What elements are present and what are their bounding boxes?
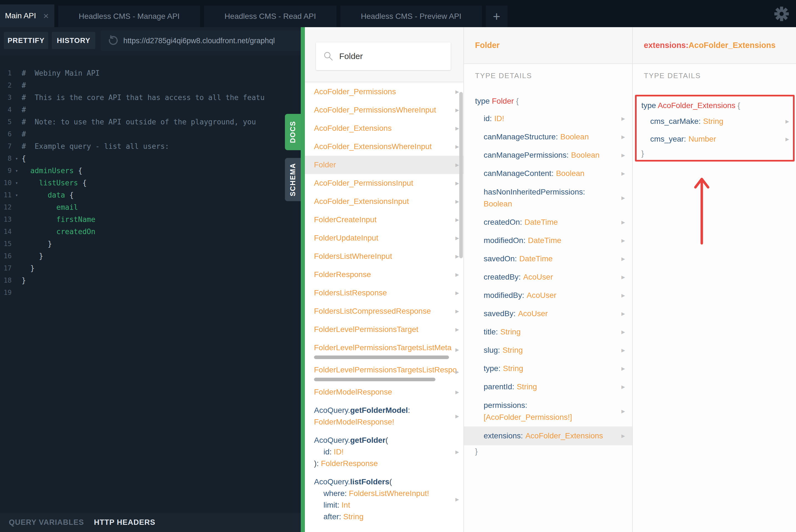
type-details-heading: TYPE DETAILS — [475, 72, 532, 80]
field-type: Boolean — [561, 132, 589, 141]
settings-gear-icon[interactable] — [774, 6, 789, 22]
docs-list-item[interactable]: FolderLevelPermissionsTargetsListRespo▶ — [305, 361, 463, 383]
docs-list-item[interactable]: AcoFolder_PermissionsInput▶ — [305, 174, 463, 192]
field-row[interactable]: createdOn:DateTime▶ — [464, 213, 632, 231]
field-row[interactable]: createdBy:AcoUser▶ — [464, 268, 632, 286]
doc-query-line: ): FolderResponse — [314, 458, 447, 469]
api-tab[interactable]: Headless CMS - Preview API — [340, 5, 482, 27]
field-row[interactable]: cms_year:Number▶ — [637, 130, 793, 148]
docs-list-item[interactable]: Folder▶ — [305, 156, 463, 174]
expand-arrow-icon: ▶ — [455, 107, 459, 113]
api-tab[interactable]: Headless CMS - Read API — [204, 5, 337, 27]
field-row[interactable]: canManagePermissions:Boolean▶ — [464, 146, 632, 164]
extensions-type-panel: extensions: AcoFolder_Extensions TYPE DE… — [632, 27, 796, 532]
close-tab-icon[interactable]: × — [43, 11, 49, 20]
schema-side-tab[interactable]: SCHEMA — [285, 158, 301, 201]
field-row[interactable]: canManageContent:Boolean▶ — [464, 164, 632, 183]
field-row[interactable]: savedOn:DateTime▶ — [464, 250, 632, 268]
docs-search-box[interactable] — [316, 42, 451, 70]
field-row[interactable]: canManageStructure:Boolean▶ — [464, 128, 632, 146]
add-tab-button[interactable]: + — [486, 5, 508, 27]
code-line: 8▾{ — [0, 152, 301, 165]
api-tab[interactable]: Headless CMS - Manage API — [58, 5, 200, 27]
expand-arrow-icon: ▶ — [621, 329, 625, 335]
expand-arrow-icon: ▶ — [455, 413, 459, 419]
field-row[interactable]: modifiedBy:AcoUser▶ — [464, 286, 632, 305]
expand-arrow-icon: ▶ — [621, 292, 625, 299]
docs-vertical-scrollbar[interactable] — [459, 92, 463, 258]
expand-arrow-icon: ▶ — [621, 195, 625, 201]
caret-spacer — [12, 140, 22, 152]
open-brace: { — [516, 97, 518, 105]
code-text: # — [22, 79, 26, 92]
code-text: # — [22, 128, 26, 140]
expand-arrow-icon: ▶ — [455, 235, 459, 241]
doc-type-name: FolderCreateInput — [314, 215, 377, 224]
docs-panel: AcoFolder_Permissions▶AcoFolder_Permissi… — [305, 27, 463, 532]
line-number: 7 — [0, 140, 12, 152]
field-row[interactable]: permissions:[AcoFolder_Permissions!]▶ — [464, 396, 632, 426]
docs-list-item[interactable]: FolderCreateInput▶ — [305, 211, 463, 229]
field-type: ID! — [494, 114, 505, 123]
fold-caret-icon[interactable]: ▾ — [12, 189, 22, 201]
fold-caret-icon[interactable]: ▾ — [12, 165, 22, 177]
docs-list-item[interactable]: FolderLevelPermissionsTargetsListMeta▶ — [305, 339, 463, 361]
field-row[interactable]: id:ID!▶ — [464, 110, 632, 128]
field-row[interactable]: savedBy:AcoUser▶ — [464, 305, 632, 323]
field-row[interactable]: parentId:String▶ — [464, 378, 632, 396]
docs-list-item[interactable]: FolderLevelPermissionsTarget▶ — [305, 320, 463, 339]
docs-list-item[interactable]: FoldersListWhereInput▶ — [305, 247, 463, 265]
api-tab[interactable]: Main API× — [0, 4, 54, 27]
field-row[interactable]: title:String▶ — [464, 323, 632, 341]
expand-arrow-icon: ▶ — [621, 134, 625, 140]
endpoint-url-bar[interactable]: https://d2785gi4qi6pw8.cloudfront.net/gr… — [101, 31, 301, 51]
search-input[interactable] — [339, 51, 451, 61]
expand-arrow-icon: ▶ — [455, 126, 459, 131]
docs-list-item[interactable]: AcoFolder_ExtensionsWhereInput▶ — [305, 137, 463, 156]
history-button[interactable]: HISTORY — [52, 32, 95, 49]
line-number: 16 — [0, 250, 12, 262]
expand-arrow-icon: ▶ — [621, 311, 625, 317]
field-name: createdOn: — [484, 218, 522, 226]
docs-side-tab[interactable]: DOCS — [285, 114, 301, 150]
expand-arrow-icon: ▶ — [621, 152, 625, 158]
docs-list-item[interactable]: FolderResponse▶ — [305, 265, 463, 284]
prettify-button[interactable]: PRETTIFY — [4, 32, 48, 49]
field-row[interactable]: hasNonInheritedPermissions:Boolean▶ — [464, 183, 632, 213]
horizontal-scrollbar[interactable] — [314, 378, 435, 381]
query-editor[interactable]: 1# Webiny Main API2#3# This is the core … — [0, 55, 301, 513]
field-row[interactable]: modifiedOn:DateTime▶ — [464, 231, 632, 250]
expand-arrow-icon: ▶ — [621, 347, 625, 353]
query-variables-toggle[interactable]: QUERY VARIABLES — [9, 518, 84, 527]
field-row[interactable]: extensions:AcoFolder_Extensions▶ — [464, 426, 632, 445]
reload-schema-icon[interactable] — [107, 35, 118, 46]
docs-list-item[interactable]: AcoQuery.getFolder(id: ID!): FolderRespo… — [305, 431, 463, 473]
field-row[interactable]: cms_carMake:String▶ — [637, 113, 793, 130]
docs-list-item[interactable]: FoldersListResponse▶ — [305, 284, 463, 302]
docs-list-item[interactable]: FolderModelResponse▶ — [305, 383, 463, 401]
fold-caret-icon[interactable]: ▾ — [12, 177, 22, 189]
docs-list-item[interactable]: AcoFolder_Extensions▶ — [305, 119, 463, 137]
docs-list-item[interactable]: AcoFolder_Permissions▶ — [305, 82, 463, 101]
expand-arrow-icon: ▶ — [455, 253, 459, 259]
docs-list-item[interactable]: AcoQuery.listFolders(where: FoldersListW… — [305, 473, 463, 526]
expand-arrow-icon: ▶ — [455, 89, 459, 95]
code-line: 3# This is the core API that has access … — [0, 92, 301, 103]
close-brace: } — [475, 447, 477, 456]
field-row[interactable]: type:String▶ — [464, 359, 632, 378]
docs-list-item[interactable]: AcoFolder_ExtensionsInput▶ — [305, 192, 463, 211]
editor-footer: QUERY VARIABLES HTTP HEADERS — [0, 513, 301, 532]
docs-list-item[interactable]: FolderUpdateInput▶ — [305, 229, 463, 247]
field-name: permissions: — [484, 401, 527, 410]
http-headers-toggle[interactable]: HTTP HEADERS — [94, 518, 155, 527]
docs-list-item[interactable]: FoldersListCompressedResponse▶ — [305, 302, 463, 320]
docs-list-item[interactable]: AcoQuery.getFolderModel:FolderModelRespo… — [305, 401, 463, 431]
panel-divider[interactable] — [301, 27, 305, 532]
field-name: modifiedOn: — [484, 236, 526, 245]
docs-list-item[interactable]: AcoFolder_PermissionsWhereInput▶ — [305, 101, 463, 119]
field-row[interactable]: slug:String▶ — [464, 341, 632, 359]
doc-type-name: FoldersListResponse — [314, 288, 387, 297]
fold-caret-icon[interactable]: ▾ — [12, 152, 22, 165]
field-name: title: — [484, 327, 498, 336]
horizontal-scrollbar[interactable] — [314, 356, 449, 359]
